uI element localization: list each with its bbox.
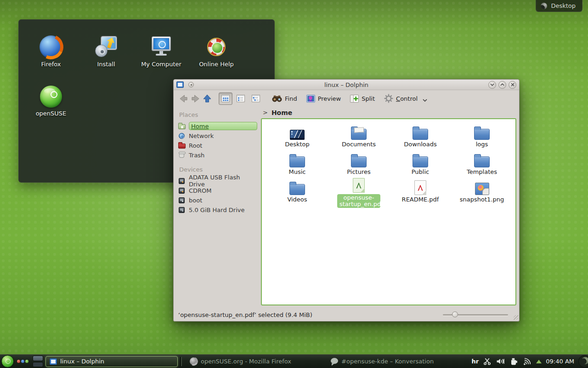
virtual-desktop-pager[interactable] [33, 356, 43, 367]
breadcrumb-arrow-icon[interactable]: > [263, 109, 268, 116]
desktop-icon-opensuse[interactable]: openSUSE [26, 85, 76, 117]
volume-icon[interactable] [496, 357, 505, 365]
place-root[interactable]: Root [178, 141, 257, 150]
device-hard-drive[interactable]: 5.0 GiB Hard Drive [178, 205, 257, 214]
file-label: opensuse-startup_en.pdf [337, 194, 380, 208]
cdrom-icon [178, 187, 186, 194]
chevron-down-icon [423, 99, 427, 102]
desktop-2-thumbnail[interactable] [33, 362, 43, 368]
plasma-cashew-icon [541, 3, 547, 9]
network-signal-icon[interactable] [522, 357, 532, 366]
file-label: logs [476, 141, 488, 148]
desktop-icon-firefox[interactable]: Firefox [26, 35, 76, 68]
place-network[interactable]: Network [178, 131, 257, 140]
file-item[interactable]: README.pdf [390, 178, 451, 206]
taskbar-entry-konversation[interactable]: #opensuse-kde – Konversation [327, 356, 437, 367]
place-label: Network [189, 132, 214, 139]
system-tray: hr [472, 355, 588, 368]
icons-view-button[interactable] [219, 92, 232, 105]
file-item-selected[interactable]: opensuse-startup_en.pdf [328, 178, 390, 206]
firefox-gray-icon [190, 357, 198, 365]
find-button[interactable]: Find [272, 95, 297, 102]
device-label: CDROM [189, 187, 212, 194]
desktop-toolbox-button[interactable]: Desktop [536, 0, 582, 12]
devices-header: Devices [179, 166, 257, 173]
preview-image-icon [306, 95, 315, 103]
taskbar-separator [180, 357, 182, 366]
file-item[interactable]: Public [390, 150, 451, 178]
forward-button[interactable] [189, 92, 201, 104]
file-item[interactable]: Pictures [328, 150, 390, 178]
dolphin-app-icon[interactable] [176, 81, 184, 88]
breadcrumb[interactable]: > Home [260, 107, 519, 118]
pin-on-all-desktops-button[interactable] [188, 82, 194, 87]
blue-dot-icon[interactable] [21, 360, 24, 363]
folder-icon [289, 156, 305, 167]
device-boot[interactable]: boot [178, 196, 257, 205]
maximize-button[interactable] [498, 81, 506, 89]
file-view[interactable]: Desktop Documents Downloads logs [261, 118, 516, 305]
taskbar-entry-dolphin[interactable]: linux – Dolphin [45, 356, 178, 367]
quick-dots-widget[interactable] [17, 360, 28, 363]
back-button[interactable] [177, 92, 189, 104]
taskbar-entry-firefox[interactable]: openSUSE.org - Mozilla Firefox [186, 356, 295, 367]
tray-expander-arrow-icon[interactable] [536, 360, 542, 363]
desktop-icon-online-help[interactable]: Online Help [191, 35, 242, 68]
file-item[interactable]: Desktop [266, 123, 328, 150]
file-item[interactable]: Documents [328, 123, 390, 150]
place-trash[interactable]: Trash [178, 150, 257, 160]
file-item[interactable]: snapshot1.png [451, 178, 513, 206]
file-label: snapshot1.png [460, 196, 504, 203]
application-launcher-button[interactable] [1, 355, 14, 368]
chevron-up-icon [500, 83, 504, 86]
minimize-button[interactable] [488, 81, 496, 89]
folder-icon [413, 156, 428, 167]
file-item[interactable]: logs [451, 123, 513, 150]
icons-view-icon [221, 95, 230, 102]
close-icon [511, 83, 514, 86]
zoom-slider[interactable] [443, 311, 508, 318]
clipboard-scissors-icon[interactable] [483, 357, 492, 365]
close-button[interactable] [509, 81, 516, 89]
file-label: README.pdf [402, 196, 439, 203]
preview-button[interactable]: Preview [306, 95, 341, 103]
chevron-down-icon [490, 83, 494, 86]
panel-cashew-icon[interactable] [578, 355, 588, 368]
green-dot-icon[interactable] [25, 360, 28, 363]
desktop-icon-install[interactable]: Install [81, 35, 131, 68]
dolphin-app-icon [50, 358, 57, 365]
desktop-1-thumbnail[interactable] [33, 356, 43, 361]
root-folder-icon [178, 142, 186, 149]
speech-bubble-icon [331, 358, 338, 364]
clock[interactable]: 09:40 AM [546, 358, 574, 365]
file-item[interactable]: Downloads [390, 123, 451, 150]
zoom-slider-handle[interactable] [452, 311, 458, 317]
red-dot-icon[interactable] [17, 360, 20, 363]
desktop-icon-label: openSUSE [26, 110, 76, 117]
places-panel: Places Home Network Root Trash Devic [174, 107, 260, 308]
status-text: ‘opensuse-startup_en.pdf’ selected (9.4 … [178, 311, 443, 318]
titlebar[interactable]: linux – Dolphin [174, 80, 519, 90]
window-resize-grip[interactable] [514, 315, 518, 320]
desktop-icon-my-computer[interactable]: My Computer [136, 35, 187, 68]
pdf-file-icon [353, 178, 365, 193]
place-home[interactable]: Home [178, 121, 257, 131]
device-notifier-icon[interactable] [509, 357, 518, 366]
dolphin-window: linux – Dolphin [173, 79, 520, 322]
compact-view-button[interactable] [234, 92, 248, 105]
file-label: Downloads [404, 141, 436, 148]
file-item[interactable]: Templates [451, 150, 513, 178]
back-arrow-icon [179, 94, 188, 103]
up-button[interactable] [201, 92, 213, 104]
details-view-button[interactable] [249, 92, 263, 105]
split-button[interactable]: Split [350, 95, 375, 103]
file-item[interactable]: Music [266, 150, 328, 178]
file-label: Desktop [285, 141, 310, 148]
device-adata-usb[interactable]: ADATA USB Flash Drive [178, 176, 257, 185]
file-item[interactable]: Videos [266, 178, 328, 206]
breadcrumb-location[interactable]: Home [271, 109, 292, 116]
file-label: Pictures [347, 169, 370, 175]
keyboard-layout-indicator[interactable]: hr [472, 358, 479, 365]
control-button[interactable]: Control [384, 94, 427, 103]
control-label: Control [396, 95, 418, 102]
